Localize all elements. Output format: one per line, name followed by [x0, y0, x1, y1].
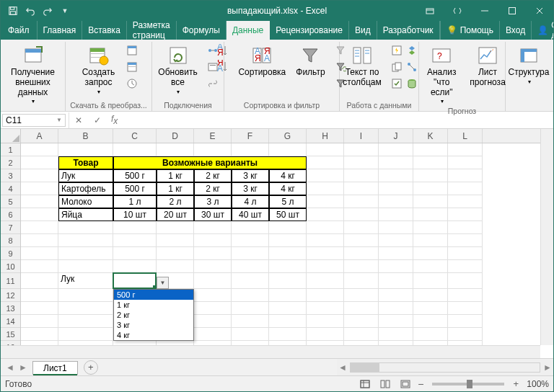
tab-formulas[interactable]: Формулы — [177, 21, 227, 40]
cell-L12[interactable] — [448, 289, 483, 302]
cell-C9[interactable] — [113, 247, 157, 260]
cell-J4[interactable] — [379, 182, 413, 195]
cell-E7[interactable] — [194, 221, 232, 234]
cell-D7[interactable] — [157, 221, 194, 234]
tab-home[interactable]: Главная — [38, 21, 83, 40]
cell-A9[interactable] — [21, 247, 58, 260]
page-layout-view-icon[interactable] — [377, 378, 393, 391]
dropdown-option[interactable]: 500 г — [114, 290, 193, 300]
add-sheet-button[interactable]: + — [84, 360, 98, 375]
cell-A12[interactable] — [21, 289, 58, 302]
cell-G5[interactable]: 5 л — [269, 195, 307, 208]
cell-H15[interactable] — [307, 328, 344, 341]
zoom-level[interactable]: 100% — [523, 379, 549, 389]
cell-I9[interactable] — [344, 247, 379, 260]
maximize-button[interactable] — [498, 1, 526, 21]
cell-H6[interactable] — [307, 208, 344, 221]
cell-C1[interactable] — [113, 143, 157, 156]
cell-K9[interactable] — [413, 247, 448, 260]
cell-H4[interactable] — [307, 182, 344, 195]
cell-H12[interactable] — [307, 289, 344, 302]
sheet-next-icon[interactable]: ► — [17, 361, 30, 374]
cell-B10[interactable] — [58, 260, 113, 273]
accept-formula-icon[interactable]: ✓ — [88, 112, 107, 128]
cell-B2[interactable]: Товар — [58, 156, 113, 169]
cell-H5[interactable] — [307, 195, 344, 208]
cell-J1[interactable] — [379, 143, 413, 156]
cell-F12[interactable] — [232, 289, 269, 302]
cell-A13[interactable] — [21, 302, 58, 315]
cell-A8[interactable] — [21, 234, 58, 247]
cell-K6[interactable] — [413, 208, 448, 221]
cell-B11[interactable]: Лук — [58, 273, 113, 289]
cell-A2[interactable] — [21, 156, 58, 169]
minimize-button[interactable] — [471, 1, 498, 21]
cell-K12[interactable] — [413, 289, 448, 302]
cell-A7[interactable] — [21, 221, 58, 234]
cell-C8[interactable] — [113, 234, 157, 247]
cell-A1[interactable] — [21, 143, 58, 156]
tab-view[interactable]: Вид — [349, 21, 377, 40]
cell-J10[interactable] — [379, 260, 413, 273]
cell-I12[interactable] — [344, 289, 379, 302]
cell-E11[interactable] — [194, 273, 232, 289]
cell-A10[interactable] — [21, 260, 58, 273]
cell-J15[interactable] — [379, 328, 413, 341]
cell-C6[interactable]: 10 шт — [113, 208, 157, 221]
cell-L1[interactable] — [448, 143, 483, 156]
cell-G8[interactable] — [269, 234, 307, 247]
cell-H3[interactable] — [307, 169, 344, 182]
cell-L9[interactable] — [448, 247, 483, 260]
cells-area[interactable]: ТоварВозможные вариантыЛук500 г1 кг2 кг3… — [21, 143, 540, 345]
get-external-data-button[interactable]: Получение внешних данных▾ — [4, 43, 62, 107]
cell-A4[interactable] — [21, 182, 58, 195]
dropdown-option[interactable]: 1 кг — [114, 300, 193, 310]
save-icon[interactable] — [5, 3, 21, 19]
cell-G3[interactable]: 4 кг — [269, 169, 307, 182]
cell-G9[interactable] — [269, 247, 307, 260]
cell-I13[interactable] — [344, 302, 379, 315]
cell-G11[interactable] — [269, 273, 307, 289]
tab-help[interactable]: 💡Помощь — [440, 21, 499, 40]
cell-A11[interactable] — [21, 273, 58, 289]
cell-K10[interactable] — [413, 260, 448, 273]
cell-F7[interactable] — [232, 221, 269, 234]
cell-I5[interactable] — [344, 195, 379, 208]
vertical-scrollbar[interactable] — [540, 129, 553, 345]
cell-L3[interactable] — [448, 169, 483, 182]
cell-I15[interactable] — [344, 328, 379, 341]
spreadsheet-grid[interactable]: ABCDEFGHIJKL 12345678910111213141516 Тов… — [1, 129, 553, 358]
cell-K14[interactable] — [413, 315, 448, 328]
cell-F5[interactable]: 4 л — [232, 195, 269, 208]
tab-share[interactable]: 👤Общий доступ — [531, 21, 554, 40]
cell-B4[interactable]: Картофель — [58, 182, 113, 195]
data-validation-icon[interactable] — [389, 76, 405, 92]
cell-C7[interactable] — [113, 221, 157, 234]
cell-A5[interactable] — [21, 195, 58, 208]
switch-window-icon[interactable] — [444, 1, 471, 21]
cell-C2[interactable]: Возможные варианты — [113, 156, 307, 169]
cell-J5[interactable] — [379, 195, 413, 208]
tab-review[interactable]: Рецензирование — [270, 21, 349, 40]
redo-icon[interactable] — [40, 3, 56, 19]
cell-J9[interactable] — [379, 247, 413, 260]
cell-L5[interactable] — [448, 195, 483, 208]
relationships-icon[interactable] — [404, 59, 420, 75]
filter-button[interactable]: Фильтр — [293, 43, 327, 79]
cell-H8[interactable] — [307, 234, 344, 247]
forecast-button[interactable]: Лист прогноза — [470, 43, 506, 89]
cell-G12[interactable] — [269, 289, 307, 302]
cell-K2[interactable] — [413, 156, 448, 169]
tab-insert[interactable]: Вставка — [82, 21, 127, 40]
cell-E4[interactable]: 2 кг — [194, 182, 232, 195]
qat-more-icon[interactable]: ▼ — [57, 3, 73, 19]
dropdown-option[interactable]: 2 кг — [114, 310, 193, 320]
cell-B14[interactable] — [58, 315, 113, 328]
cell-F15[interactable] — [232, 328, 269, 341]
tab-data[interactable]: Данные — [227, 21, 270, 40]
cell-C4[interactable]: 500 г — [113, 182, 157, 195]
cell-L11[interactable] — [448, 273, 483, 289]
cell-A15[interactable] — [21, 328, 58, 341]
cell-I8[interactable] — [344, 234, 379, 247]
cell-F9[interactable] — [232, 247, 269, 260]
